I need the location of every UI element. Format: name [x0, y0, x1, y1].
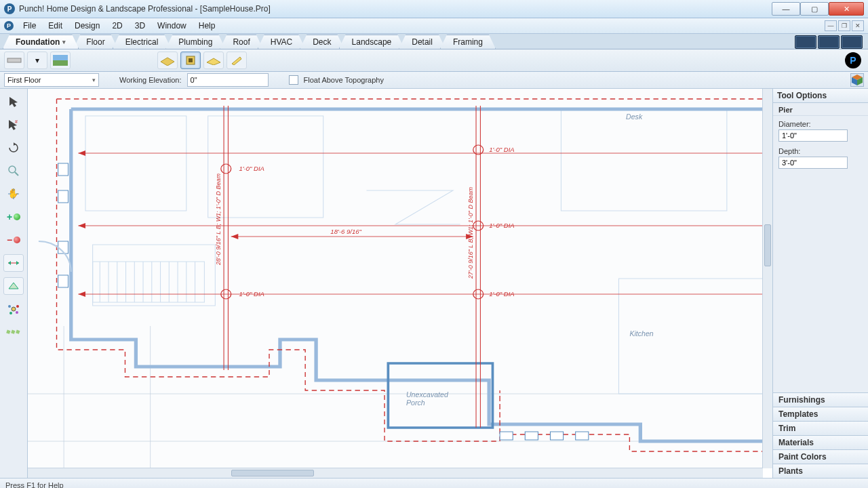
menu-3d[interactable]: 3D [130, 20, 151, 32]
rotate-tool-icon[interactable] [3, 139, 24, 157]
footing-tool-icon[interactable] [203, 52, 224, 69]
svg-point-28 [16, 305, 19, 308]
remove-marker-tool-icon[interactable]: − [3, 231, 24, 249]
pier-label: 1'-0" DIA [489, 222, 515, 229]
hscroll-thumb[interactable] [231, 470, 314, 476]
tab-label: Landscape [352, 37, 392, 47]
svg-point-15 [9, 166, 16, 173]
view-cube-icon[interactable] [850, 73, 864, 87]
tab-deck[interactable]: Deck [300, 35, 344, 49]
svg-point-26 [12, 307, 16, 311]
tab-hvac[interactable]: HVAC [258, 35, 305, 49]
foundation-wall-tool-icon[interactable] [4, 52, 24, 69]
pan-tool-icon[interactable]: ✋ [3, 185, 24, 203]
titlebar: P Punch! Home Design & Landscape Profess… [0, 0, 868, 18]
dimension-tool-icon[interactable] [3, 254, 24, 272]
retaining-wall-tool-icon[interactable] [226, 52, 247, 69]
terrain-thumbnail-icon[interactable] [50, 52, 71, 69]
floor-plan-canvas[interactable]: 1'-0" DIA 1'-0" DIA 1'-0" DIA 1'-0" DIA … [28, 89, 763, 468]
tab-floor[interactable]: Floor [73, 35, 117, 49]
select-similar-tool-icon[interactable]: # [3, 116, 24, 134]
float-above-topo-checkbox[interactable] [289, 75, 298, 85]
tab-label: Floor [86, 37, 104, 47]
stacktab-furnishings[interactable]: Furnishings [773, 392, 868, 407]
menu-window[interactable]: Window [152, 20, 192, 32]
menu-edit[interactable]: Edit [43, 20, 68, 32]
stacktab-templates[interactable]: Templates [773, 407, 868, 421]
tab-plumbing[interactable]: Plumbing [165, 35, 225, 49]
mdi-minimize-button[interactable]: — [825, 20, 837, 31]
svg-rect-38 [85, 116, 186, 211]
tab-foundation[interactable]: Foundation ▾ [3, 35, 79, 49]
svg-line-16 [15, 172, 18, 176]
plan-preview-1-icon[interactable] [795, 35, 816, 49]
foundation-toolbar: ▾ P [0, 49, 868, 72]
svg-rect-40 [93, 245, 216, 306]
menu-file[interactable]: File [18, 20, 41, 32]
add-marker-tool-icon[interactable]: + [3, 208, 24, 226]
library-stack-tabs: Furnishings Templates Trim Materials Pai… [773, 392, 868, 478]
tab-label: Foundation [16, 37, 60, 47]
node-tool-icon[interactable] [3, 300, 24, 318]
room-kitchen-label: Kitchen [629, 330, 654, 338]
beam-left-label: 28'-0 9/16" L B; W1; 1'-0" D Beam [215, 174, 222, 266]
tab-roof[interactable]: Roof [220, 35, 262, 49]
area-tool-icon[interactable] [3, 277, 24, 295]
tab-detail[interactable]: Detail [399, 35, 446, 49]
plan-preview-2-icon[interactable] [818, 35, 840, 49]
svg-rect-81 [550, 432, 563, 440]
tab-label: Electrical [125, 37, 159, 47]
vertical-scrollbar[interactable] [762, 89, 772, 468]
stacktab-materials[interactable]: Materials [773, 435, 868, 449]
tab-label: Detail [412, 37, 433, 47]
svg-marker-61 [78, 223, 85, 228]
chain-tool-icon[interactable] [3, 323, 24, 341]
maximize-button[interactable]: ▢ [800, 2, 829, 16]
status-text: Press F1 for Help [5, 481, 64, 488]
svg-marker-25 [9, 283, 18, 289]
slab-tool-icon[interactable] [157, 52, 178, 69]
mdi-restore-button[interactable]: ❐ [838, 20, 850, 31]
stacktab-paint-colors[interactable]: Paint Colors [773, 449, 868, 464]
svg-rect-31 [6, 329, 10, 333]
left-tool-palette: # ✋ + − [0, 89, 28, 478]
svg-point-30 [16, 311, 18, 314]
depth-input[interactable] [778, 157, 848, 169]
select-tool-icon[interactable] [3, 93, 24, 110]
pier-tool-icon[interactable] [180, 52, 201, 69]
stacktab-plants[interactable]: Plants [773, 464, 868, 478]
svg-marker-11 [9, 97, 18, 107]
tab-label: HVAC [271, 37, 292, 47]
porch-label: Unexcavated Porch [406, 391, 450, 407]
svg-rect-79 [500, 432, 513, 440]
svg-marker-58 [78, 150, 85, 156]
mdi-close-button[interactable]: ✕ [852, 20, 864, 31]
svg-rect-78 [58, 275, 68, 287]
menu-design[interactable]: Design [69, 20, 105, 32]
view-mode-dropdown-icon[interactable]: ▾ [27, 52, 47, 69]
tab-electrical[interactable]: Electrical [113, 35, 172, 49]
canvas-area[interactable]: 1'-0" DIA 1'-0" DIA 1'-0" DIA 1'-0" DIA … [28, 89, 773, 478]
vscroll-thumb[interactable] [764, 224, 771, 266]
close-button[interactable]: ✕ [829, 2, 864, 16]
tab-label: Roof [233, 37, 250, 47]
svg-marker-23 [8, 261, 11, 265]
plan-preview-3-icon[interactable] [841, 35, 863, 49]
svg-rect-5 [189, 58, 193, 62]
stacktab-trim[interactable]: Trim [773, 421, 868, 435]
working-elevation-input[interactable]: 0" [187, 73, 269, 87]
menu-2d[interactable]: 2D [106, 20, 127, 32]
tab-framing[interactable]: Framing [440, 35, 496, 49]
minimize-button[interactable]: — [772, 2, 800, 16]
menubar: P File Edit Design 2D 3D Window Help — ❐… [0, 18, 868, 34]
chevron-down-icon: ▾ [62, 39, 66, 45]
floor-selector[interactable]: First Floor [4, 73, 99, 87]
tab-landscape[interactable]: Landscape [339, 35, 405, 49]
svg-point-27 [8, 305, 11, 308]
diameter-input[interactable] [778, 129, 848, 142]
zoom-tool-icon[interactable] [3, 162, 24, 180]
horizontal-scrollbar[interactable] [28, 468, 763, 478]
working-elevation-label: Working Elevation: [119, 76, 182, 84]
menu-help[interactable]: Help [193, 20, 221, 32]
app-icon-small: P [4, 21, 14, 30]
